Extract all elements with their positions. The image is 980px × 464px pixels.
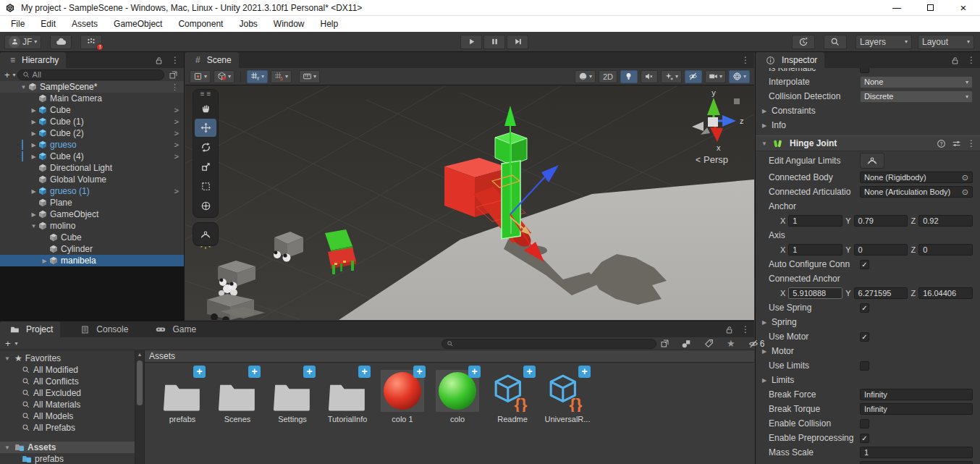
open-prefab-icon[interactable]: > — [174, 106, 179, 114]
help-icon[interactable] — [937, 139, 946, 148]
search-button[interactable] — [824, 35, 847, 49]
view-tool-button[interactable] — [195, 99, 216, 117]
hierarchy-item[interactable]: Plane — [0, 197, 184, 208]
hierarchy-item[interactable]: Main Camera — [0, 93, 184, 104]
rotate-tool-button[interactable] — [195, 138, 216, 156]
break-torque-input[interactable]: Infinity — [860, 403, 973, 415]
tab-hierarchy[interactable]: ≡ Hierarchy — [0, 52, 66, 68]
use-limits-checkbox[interactable] — [860, 361, 869, 371]
object-picker-icon[interactable]: ⊙ — [962, 187, 968, 197]
menu-edit[interactable]: Edit — [33, 16, 64, 32]
partial-field[interactable] — [860, 461, 973, 464]
create-button[interactable]: + — [3, 69, 12, 80]
interpolate-dropdown[interactable]: None▾ — [860, 76, 973, 88]
hierarchy-item[interactable]: ▶ grueso (1) > — [0, 185, 184, 197]
connected-anchor-z-input[interactable]: 16.04406 — [918, 287, 973, 299]
favorites-item[interactable]: All Conflicts — [0, 376, 144, 387]
hierarchy-item[interactable]: ▶ Cube > — [0, 104, 184, 116]
edit-joint-limits-tool-button[interactable] — [195, 225, 216, 243]
chevron-down-icon[interactable]: ▾ — [13, 72, 16, 78]
hierarchy-item[interactable]: Global Volume — [0, 174, 184, 185]
favorites-item[interactable]: All Excluded — [0, 387, 144, 399]
chevron-down-icon[interactable]: ▾ — [15, 340, 18, 347]
open-search-window-button[interactable] — [660, 339, 669, 348]
lock-icon[interactable] — [151, 52, 166, 68]
break-force-input[interactable]: Infinity — [860, 389, 973, 400]
tab-inspector[interactable]: Inspector — [756, 52, 824, 68]
search-by-label-button[interactable] — [704, 339, 714, 348]
asset-tile-script[interactable]: + UniversalR... — [540, 370, 595, 423]
scrollbar-thumb[interactable] — [137, 360, 143, 405]
step-button[interactable] — [507, 35, 528, 49]
menu-component[interactable]: Component — [170, 16, 231, 32]
lock-icon[interactable] — [947, 52, 963, 68]
hierarchy-item[interactable]: Cylinder — [0, 243, 184, 255]
favorites-section[interactable]: ▼ ★ Favorites — [0, 353, 144, 364]
panel-menu-button[interactable]: ⋮ — [737, 52, 754, 68]
scene-viewport[interactable]: y z x < Persp ≡ ≡ — [185, 85, 754, 320]
asset-tile-material[interactable]: + colo — [430, 370, 485, 423]
close-button[interactable]: × — [947, 0, 980, 16]
hierarchy-item[interactable]: ▼ molino — [0, 220, 184, 232]
info-foldout[interactable]: ▶ Info — [756, 118, 980, 132]
open-prefab-icon[interactable]: > — [174, 152, 179, 161]
foldout-open-icon[interactable]: ▼ — [3, 355, 12, 362]
create-asset-button[interactable]: + — [4, 338, 12, 349]
maximize-button[interactable] — [913, 0, 947, 16]
search-by-type-button[interactable] — [681, 339, 691, 349]
foldout-closed-icon[interactable]: ▶ — [29, 107, 38, 114]
open-prefab-icon[interactable]: > — [174, 140, 179, 149]
assets-breadcrumb[interactable]: Assets — [145, 350, 754, 363]
anchor-x-input[interactable]: 1 — [788, 215, 842, 227]
cloud-services-button[interactable] — [50, 35, 72, 49]
constraints-foldout[interactable]: ▶ Constraints — [756, 104, 980, 118]
tool-handle-rotation-dropdown[interactable]: ▾ — [214, 70, 235, 83]
scene-menu-icon[interactable]: ⋮ — [171, 83, 179, 92]
hierarchy-item[interactable]: Cube — [0, 232, 184, 243]
motor-foldout[interactable]: ▶ Motor — [756, 344, 980, 358]
auto-configure-checkbox[interactable]: ✓ — [860, 260, 869, 269]
open-prefab-icon[interactable]: > — [174, 129, 179, 138]
menu-file[interactable]: File — [3, 16, 33, 32]
account-button[interactable]: JF ▾ — [4, 35, 41, 49]
hierarchy-search-input[interactable]: All — [17, 69, 164, 80]
snap-increment-dropdown[interactable]: ▾ — [271, 70, 292, 83]
asset-tile-material[interactable]: + colo 1 — [375, 370, 430, 423]
edit-angular-limits-button[interactable] — [860, 153, 884, 169]
tool-handle-position-dropdown[interactable]: ▾ — [190, 70, 211, 83]
is-kinematic-checkbox[interactable] — [860, 68, 869, 73]
axis-z-input[interactable]: 0 — [918, 244, 973, 256]
panel-menu-button[interactable]: ⋮ — [166, 52, 184, 68]
foldout-closed-icon[interactable]: ▶ — [29, 142, 38, 148]
tab-scene[interactable]: # Scene — [185, 52, 239, 68]
persp-label[interactable]: Persp — [704, 154, 728, 165]
hierarchy-item[interactable]: ▶ GameObject — [0, 208, 184, 220]
layers-dropdown[interactable]: Layers▾ — [856, 35, 912, 49]
undo-history-button[interactable] — [792, 35, 815, 49]
tab-game[interactable]: Game — [145, 321, 203, 337]
scene-visibility-toggle[interactable] — [685, 70, 702, 83]
camera-preview-dropdown[interactable]: ▾ — [705, 70, 726, 83]
hierarchy-item-scene[interactable]: ▼ SampleScene* ⋮ — [0, 81, 184, 93]
use-motor-checkbox[interactable]: ✓ — [860, 332, 869, 342]
audio-toggle[interactable] — [641, 70, 658, 83]
axis-x-input[interactable]: 1 — [788, 244, 842, 256]
tab-project[interactable]: Project — [0, 321, 60, 337]
favorites-item[interactable]: All Modified — [0, 364, 144, 376]
menu-assets[interactable]: Assets — [64, 16, 106, 32]
foldout-closed-icon[interactable]: ▶ — [29, 153, 38, 160]
draw-mode-dropdown[interactable]: ▾ — [575, 70, 596, 83]
panel-menu-button[interactable]: ⋮ — [963, 52, 980, 68]
favorites-button[interactable]: ★ — [727, 338, 735, 349]
transform-tool-button[interactable] — [195, 197, 216, 215]
grid-snap-toggle[interactable]: ▾ — [247, 70, 268, 83]
menu-window[interactable]: Window — [266, 16, 313, 32]
favorites-item[interactable]: All Materials — [0, 399, 144, 410]
minimize-button[interactable]: — — [880, 0, 913, 16]
2d-toggle[interactable]: 2D — [599, 70, 617, 83]
mass-scale-input[interactable]: 1 — [860, 447, 973, 458]
pause-button[interactable] — [483, 35, 505, 49]
limits-foldout[interactable]: ▶ Limits — [756, 373, 980, 387]
tree-item-prefabs[interactable]: prefabs — [0, 453, 144, 464]
asset-tile-folder[interactable]: + prefabs — [155, 370, 210, 423]
